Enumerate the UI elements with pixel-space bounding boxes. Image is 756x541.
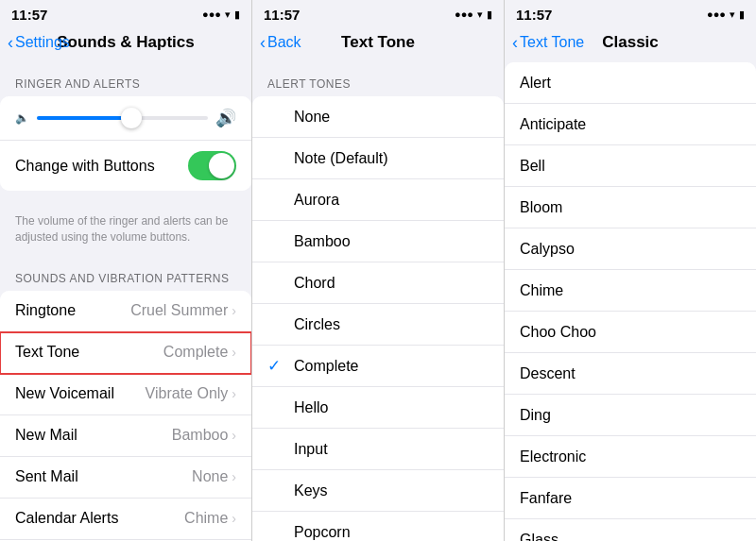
text-tone-value: Complete — [163, 344, 228, 361]
tone-note-label: Note (Default) — [294, 150, 489, 167]
classic-alert-label: Alert — [520, 75, 551, 92]
status-icons-3: ●●● ▾ ▮ — [707, 8, 745, 21]
signal-icon-2: ●●● — [455, 8, 473, 20]
classic-electronic[interactable]: Electronic — [505, 436, 756, 478]
classic-ding[interactable]: Ding — [505, 395, 756, 436]
status-bar-1: 11:57 ●●● ▾ ▮ — [0, 0, 251, 26]
tone-none[interactable]: None — [252, 96, 504, 138]
tone-keys-label: Keys — [294, 482, 489, 499]
back-label-3: Text Tone — [520, 34, 584, 51]
new-voicemail-item[interactable]: New Voicemail Vibrate Only › — [0, 374, 251, 415]
screen-sounds-haptics: 11:57 ●●● ▾ ▮ ‹ Settings Sounds & Haptic… — [0, 0, 252, 541]
tone-bamboo-label: Bamboo — [294, 233, 489, 250]
tone-complete[interactable]: ✓ Complete — [252, 346, 504, 387]
checkmark-complete: ✓ — [267, 356, 286, 376]
text-tone-item[interactable]: Text Tone Complete › — [0, 332, 251, 374]
tone-complete-label: Complete — [294, 358, 489, 375]
classic-back-button[interactable]: ‹ Text Tone — [512, 33, 584, 53]
battery-icon-2: ▮ — [487, 8, 492, 21]
status-bar-3: 11:57 ●●● ▾ ▮ — [505, 0, 756, 26]
tone-popcorn[interactable]: Popcorn — [252, 512, 504, 541]
back-chevron-icon-2: ‹ — [260, 33, 266, 53]
tone-input[interactable]: Input — [252, 429, 504, 470]
classic-chime-label: Chime — [520, 282, 563, 299]
tone-note[interactable]: Note (Default) — [252, 138, 504, 179]
calendar-alerts-label: Calendar Alerts — [15, 510, 184, 527]
classic-bloom-label: Bloom — [520, 199, 562, 216]
status-icons-2: ●●● ▾ ▮ — [455, 8, 492, 21]
classic-list-group: Alert Anticipate Bell Bloom Calypso Chim… — [505, 62, 756, 541]
sent-mail-value: None — [192, 468, 228, 485]
ringtone-value: Cruel Summer — [130, 302, 228, 319]
tone-chord[interactable]: Chord — [252, 262, 504, 304]
tone-popcorn-label: Popcorn — [294, 524, 489, 541]
volume-slider-row: 🔈 🔊 — [0, 96, 251, 141]
tone-hello[interactable]: Hello — [252, 387, 504, 429]
battery-icon-3: ▮ — [739, 8, 745, 21]
signal-icon: ●●● — [202, 8, 221, 20]
tone-aurora[interactable]: Aurora — [252, 179, 504, 221]
classic-descent-label: Descent — [520, 365, 576, 382]
slider-thumb — [121, 108, 142, 128]
calendar-alerts-item[interactable]: Calendar Alerts Chime › — [0, 499, 251, 540]
alert-tones-group: None Note (Default) Aurora Bamboo Chord — [252, 96, 504, 541]
back-label-2: Back — [267, 34, 301, 51]
tone-circles[interactable]: Circles — [252, 304, 504, 346]
classic-calypso[interactable]: Calypso — [505, 228, 756, 270]
classic-choo-choo[interactable]: Choo Choo — [505, 312, 756, 353]
sent-mail-item[interactable]: Sent Mail None › — [0, 457, 251, 499]
classic-anticipate-label: Anticipate — [520, 116, 586, 133]
screen-text-tone: 11:57 ●●● ▾ ▮ ‹ Back Text Tone ALERT TON… — [252, 0, 505, 541]
classic-chime[interactable]: Chime — [505, 270, 756, 312]
screen1-content: RINGER AND ALERTS 🔈 🔊 Change with Button… — [0, 62, 251, 541]
new-mail-item[interactable]: New Mail Bamboo › — [0, 415, 251, 457]
new-mail-label: New Mail — [15, 427, 172, 444]
change-with-buttons-description: The volume of the ringer and alerts can … — [0, 210, 251, 257]
tone-aurora-label: Aurora — [294, 192, 489, 209]
sent-mail-chevron-icon: › — [232, 469, 236, 484]
classic-bell[interactable]: Bell — [505, 145, 756, 187]
toggle-knob — [209, 153, 234, 178]
classic-fanfare-label: Fanfare — [520, 490, 572, 507]
change-with-buttons-toggle[interactable] — [188, 151, 236, 180]
change-with-buttons-label: Change with Buttons — [15, 158, 188, 175]
ringtone-item[interactable]: Ringtone Cruel Summer › — [0, 291, 251, 332]
nav-title-1: Sounds & Haptics — [57, 33, 194, 52]
classic-descent[interactable]: Descent — [505, 353, 756, 395]
classic-glass[interactable]: Glass — [505, 519, 756, 541]
classic-ding-label: Ding — [520, 407, 551, 424]
classic-anticipate[interactable]: Anticipate — [505, 104, 756, 145]
tone-circles-label: Circles — [294, 316, 489, 333]
ringtone-label: Ringtone — [15, 302, 130, 319]
battery-icon: ▮ — [234, 8, 240, 21]
sounds-vibration-header: SOUNDS AND VIBRATION PATTERNS — [0, 257, 251, 291]
wifi-icon-3: ▾ — [730, 8, 735, 21]
signal-icon-3: ●●● — [707, 8, 726, 20]
wifi-icon: ▾ — [225, 8, 231, 21]
status-time-1: 11:57 — [11, 7, 47, 23]
text-tone-back-button[interactable]: ‹ Back — [260, 33, 301, 53]
classic-fanfare[interactable]: Fanfare — [505, 478, 756, 519]
new-mail-value: Bamboo — [172, 427, 229, 444]
ringer-alerts-header: RINGER AND ALERTS — [0, 62, 251, 96]
text-tone-chevron-icon: › — [232, 345, 236, 360]
classic-bloom[interactable]: Bloom — [505, 187, 756, 228]
classic-alert[interactable]: Alert — [505, 62, 756, 104]
settings-back-button[interactable]: ‹ Settings — [8, 33, 70, 53]
status-bar-2: 11:57 ●●● ▾ ▮ — [252, 0, 504, 26]
alert-tones-header: ALERT TONES — [252, 62, 504, 96]
sent-mail-label: Sent Mail — [15, 468, 192, 485]
tone-bamboo[interactable]: Bamboo — [252, 221, 504, 262]
volume-slider-track[interactable] — [37, 116, 208, 120]
volume-high-icon: 🔊 — [215, 108, 236, 128]
tone-hello-label: Hello — [294, 399, 489, 416]
text-tone-label: Text Tone — [15, 344, 163, 361]
classic-choo-choo-label: Choo Choo — [520, 324, 596, 341]
ringtone-chevron-icon: › — [232, 303, 236, 318]
tone-keys[interactable]: Keys — [252, 470, 504, 512]
new-mail-chevron-icon: › — [232, 428, 236, 443]
back-label-1: Settings — [15, 34, 70, 51]
new-voicemail-chevron-icon: › — [232, 386, 236, 401]
status-icons-1: ●●● ▾ ▮ — [202, 8, 240, 21]
screen3-content: Alert Anticipate Bell Bloom Calypso Chim… — [505, 62, 756, 541]
